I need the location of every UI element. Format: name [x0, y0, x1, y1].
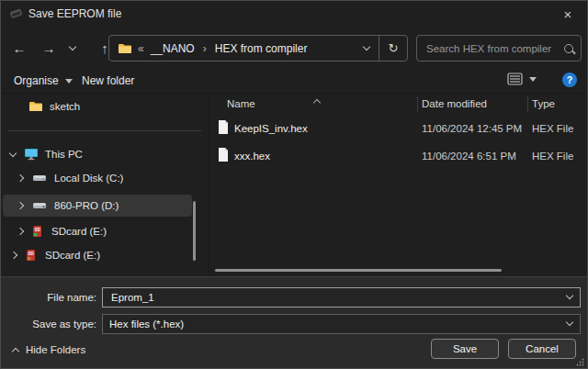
eeprom-chip-icon [9, 8, 23, 19]
chevron-down-icon [69, 43, 76, 50]
organise-menu[interactable]: Organise [14, 74, 73, 87]
file-name-combobox[interactable] [102, 287, 581, 308]
change-view-button[interactable] [507, 73, 537, 85]
save-as-type-value: Hex files (*.hex) [109, 319, 184, 330]
save-button[interactable]: Save [431, 339, 499, 359]
column-header-type[interactable]: Type [532, 98, 555, 109]
toolbar-divider [1, 93, 587, 94]
cancel-button[interactable]: Cancel [508, 339, 576, 359]
details-view-icon [507, 73, 523, 85]
sidebar-divider [8, 130, 201, 131]
hide-folders-button[interactable]: Hide Folders [13, 344, 85, 355]
column-header-name[interactable]: Name [227, 98, 255, 109]
file-name[interactable]: KeepIS_inv.hex [234, 123, 308, 134]
back-button[interactable]: ← [6, 36, 32, 61]
window-title: Save EEPROM file [28, 7, 121, 20]
sidebar-item-sdcard-e1[interactable]: SD SDcard (E:) [17, 221, 107, 241]
file-type: HEX File [532, 151, 573, 162]
hide-folders-label: Hide Folders [26, 344, 85, 355]
file-name-input[interactable] [109, 291, 560, 304]
chevron-up-icon [12, 347, 19, 354]
sidebar-item-this-pc[interactable]: This PC [10, 144, 83, 164]
forward-button[interactable]: → [36, 36, 62, 61]
new-folder-button[interactable]: New folder [82, 74, 134, 87]
sidebar-scrollbar[interactable] [193, 201, 196, 261]
chevron-down-icon[interactable] [566, 292, 573, 299]
horizontal-scrollbar[interactable] [215, 269, 502, 272]
close-button[interactable]: × [548, 1, 587, 27]
search-icon[interactable] [564, 44, 573, 53]
chevron-down-icon[interactable] [566, 319, 573, 326]
expand-chevron-icon[interactable] [10, 252, 17, 259]
sidebar-item-label: 860-PRO (D:) [54, 200, 119, 211]
save-file-dialog: Save EEPROM file × ← → ↑ « __NANO › HEX … [0, 0, 588, 369]
file-date-modified: 11/06/2024 6:51 PM [422, 151, 516, 162]
save-as-type-select[interactable]: Hex files (*.hex) [102, 314, 581, 334]
folder-icon [28, 100, 43, 113]
sort-ascending-icon [313, 99, 321, 106]
sidebar-item-local-disk-c[interactable]: Local Disk (C:) [17, 168, 123, 188]
expand-chevron-icon[interactable] [17, 174, 24, 182]
search-box[interactable] [416, 35, 582, 62]
expand-chevron-icon[interactable] [9, 149, 17, 156]
organise-label: Organise [14, 74, 59, 87]
this-pc-icon [24, 148, 39, 161]
refresh-button[interactable]: ↻ [379, 36, 407, 61]
file-name-label: File name: [1, 292, 96, 303]
resize-grip[interactable] [576, 358, 584, 366]
column-separator[interactable] [417, 96, 418, 112]
folder-icon [118, 42, 132, 55]
sd-card-icon: SD [24, 249, 39, 262]
address-bar[interactable]: « __NANO › HEX from compiler ↻ [108, 35, 408, 62]
breadcrumb-collapse[interactable]: « [138, 42, 144, 55]
file-date-modified: 11/06/2024 12:45 PM [422, 123, 522, 134]
breadcrumb-separator-icon: › [203, 42, 207, 55]
recent-locations-button[interactable] [63, 36, 82, 61]
save-as-type-label: Save as type: [1, 319, 96, 330]
address-dropdown-icon[interactable] [363, 43, 370, 50]
hard-drive-icon [32, 199, 47, 212]
expand-chevron-icon[interactable] [17, 228, 24, 235]
pane-divider[interactable] [209, 94, 209, 276]
svg-text:SD: SD [28, 252, 34, 256]
chevron-down-icon [529, 77, 537, 82]
new-folder-label: New folder [82, 74, 134, 87]
breadcrumb-current[interactable]: HEX from compiler [215, 42, 308, 55]
sd-card-icon: SD [30, 225, 45, 238]
hard-drive-icon [32, 172, 47, 184]
column-header-date-modified[interactable]: Date modified [422, 98, 487, 109]
sidebar-item-label: SDcard (E:) [51, 226, 107, 237]
search-input[interactable] [424, 42, 559, 55]
expand-chevron-icon[interactable] [17, 202, 24, 209]
sidebar-item-sdcard-e2[interactable]: SD SDcard (E:) [11, 245, 100, 265]
column-separator[interactable] [527, 96, 528, 112]
help-button[interactable]: ? [562, 73, 577, 87]
file-icon [218, 148, 229, 162]
file-type: HEX File [532, 123, 573, 134]
sidebar-item-label: sketch [50, 101, 80, 112]
sidebar-item-sketch[interactable]: sketch [28, 96, 80, 117]
sidebar-item-label: This PC [45, 149, 83, 160]
sidebar-item-label: Local Disk (C:) [54, 173, 123, 184]
svg-text:SD: SD [34, 228, 40, 232]
title-bar: Save EEPROM file × [1, 1, 587, 27]
breadcrumb-root[interactable]: __NANO [151, 42, 195, 55]
sidebar-item-860-pro-d[interactable]: 860-PRO (D:) [17, 196, 119, 216]
file-icon [218, 120, 229, 134]
sidebar-item-label: SDcard (E:) [45, 250, 100, 261]
chevron-down-icon [65, 79, 73, 84]
file-name[interactable]: xxx.hex [234, 151, 270, 162]
